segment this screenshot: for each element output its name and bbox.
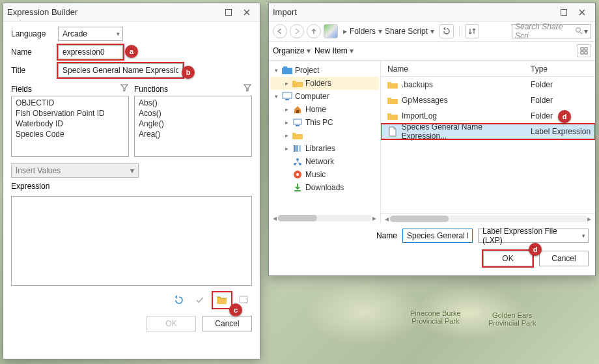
tree-music[interactable]: Music <box>270 168 379 181</box>
tree-project[interactable]: ▾ Project <box>270 64 379 77</box>
file-list[interactable]: .backupsFolderGpMessagesFolderImportLogF… <box>381 77 595 213</box>
svg-rect-10 <box>585 48 587 50</box>
filetype-select[interactable]: Label Expression File (LXP)▾ <box>478 229 589 243</box>
tree-libraries[interactable]: ▸ Libraries <box>270 142 379 155</box>
search-input[interactable]: Search Share Scri ▾ <box>512 24 591 38</box>
nav-sort-button[interactable] <box>465 24 479 38</box>
field-item[interactable]: Species Code <box>12 129 128 139</box>
svg-rect-0 <box>226 9 232 15</box>
import-cancel-button[interactable]: Cancel <box>539 251 589 266</box>
callout-d1: d <box>558 110 571 123</box>
expression-builder-title: Expression Builder <box>7 7 219 17</box>
import-ok-button[interactable]: OK <box>483 251 533 266</box>
map-label-pinecone: Pinecone BurkeProvincial Park <box>410 309 461 325</box>
tree-folders[interactable]: ▸ Folders <box>270 77 379 90</box>
eb-ok-button: OK <box>146 316 196 331</box>
folder-tree[interactable]: ▾ Project ▸ Folders ▾ Computer ▸ <box>269 61 381 223</box>
title-input[interactable] <box>58 63 183 77</box>
svg-point-27 <box>296 173 299 176</box>
callout-c: c <box>229 303 242 316</box>
svg-rect-20 <box>294 145 296 152</box>
file-row[interactable]: GpMessagesFolder <box>381 92 595 108</box>
svg-rect-17 <box>296 110 299 113</box>
field-item[interactable]: Fish Observation Point ID <box>12 108 128 119</box>
svg-rect-9 <box>581 48 583 50</box>
validate-icon[interactable] <box>192 293 208 307</box>
file-row[interactable]: Species General Name Expression...Label … <box>381 124 595 139</box>
functions-filter-icon[interactable] <box>243 84 252 94</box>
svg-rect-4 <box>561 9 567 15</box>
name-input[interactable] <box>58 45 123 59</box>
svg-point-7 <box>576 27 581 32</box>
fields-list[interactable]: OBJECTIDFish Observation Point IDWaterbo… <box>11 96 129 157</box>
tree-network[interactable]: Network <box>270 155 379 168</box>
import-folder-button[interactable] <box>213 292 231 308</box>
nav-forward-button[interactable] <box>290 24 304 38</box>
callout-a: a <box>125 45 138 58</box>
new-item-menu[interactable]: New Item ▾ <box>314 46 354 55</box>
nav-map-icon[interactable] <box>324 24 338 38</box>
import-name-input[interactable] <box>402 229 473 243</box>
import-name-label: Name <box>376 231 397 240</box>
svg-line-8 <box>580 32 582 34</box>
import-close-button[interactable] <box>573 6 591 19</box>
file-list-hscroll[interactable]: ◂ ▸ <box>381 213 595 223</box>
tree-downloads[interactable]: Downloads <box>270 181 379 194</box>
eb-cancel-button[interactable]: Cancel <box>202 316 252 331</box>
file-list-headers[interactable]: Name Type <box>381 61 595 77</box>
nav-up-button[interactable] <box>307 24 321 38</box>
tree-computer[interactable]: ▾ Computer <box>270 90 379 103</box>
svg-rect-11 <box>581 51 583 54</box>
language-label: Language <box>11 29 51 38</box>
expression-textarea[interactable] <box>11 196 252 286</box>
fields-label: Fields <box>11 85 32 94</box>
title-label: Title <box>11 66 51 75</box>
insert-values-dropdown[interactable]: Insert Values▾ <box>11 163 139 178</box>
import-titlebar: Import <box>269 3 595 21</box>
svg-rect-3 <box>240 296 247 303</box>
functions-label: Functions <box>134 85 168 94</box>
organize-menu[interactable]: Organize ▾ <box>273 46 311 55</box>
reset-icon[interactable] <box>171 293 187 307</box>
svg-rect-14 <box>283 66 287 68</box>
function-item[interactable]: Area() <box>135 129 251 139</box>
svg-rect-15 <box>283 92 292 98</box>
view-mode-button[interactable] <box>577 44 591 57</box>
callout-b: b <box>182 66 195 79</box>
field-item[interactable]: OBJECTID <box>12 98 128 108</box>
eb-close-button[interactable] <box>238 6 256 19</box>
svg-rect-18 <box>294 119 301 124</box>
svg-rect-22 <box>299 145 301 152</box>
function-item[interactable]: Acos() <box>135 108 251 119</box>
svg-rect-12 <box>585 51 587 54</box>
tree-thispc[interactable]: ▸ This PC <box>270 116 379 129</box>
expression-builder-titlebar: Expression Builder <box>3 3 260 21</box>
import-maximize-button[interactable] <box>555 6 573 19</box>
eb-maximize-button[interactable] <box>219 6 238 19</box>
file-row[interactable]: .backupsFolder <box>381 77 595 92</box>
expression-label: Expression <box>11 182 252 191</box>
nav-back-button[interactable] <box>273 24 287 38</box>
svg-rect-16 <box>285 99 289 100</box>
nav-refresh-button[interactable] <box>439 24 454 38</box>
svg-rect-21 <box>296 145 298 152</box>
svg-rect-13 <box>282 68 292 74</box>
search-placeholder: Search Share Scri <box>515 22 575 40</box>
functions-list[interactable]: Abs()Acos()Angle()Area() <box>134 96 252 157</box>
import-dialog: Import ▸ Folders ▾ Share Script <box>268 3 596 276</box>
fields-filter-icon[interactable] <box>120 84 129 94</box>
breadcrumb[interactable]: ▸ Folders ▾ Share Script ▾ <box>343 27 434 36</box>
svg-point-23 <box>296 158 299 161</box>
callout-d2: d <box>529 243 542 256</box>
tree-home[interactable]: ▸ Home <box>270 103 379 116</box>
tree-empty[interactable]: ▸ <box>270 129 379 142</box>
map-label-golden: Golden EarsProvincial Park <box>488 311 536 327</box>
import-title: Import <box>273 7 555 17</box>
function-item[interactable]: Abs() <box>135 98 251 108</box>
name-label: Name <box>11 48 51 57</box>
field-item[interactable]: Waterbody ID <box>12 119 128 129</box>
language-select[interactable]: Arcade▾ <box>58 27 123 41</box>
svg-rect-19 <box>296 125 300 126</box>
function-item[interactable]: Angle() <box>135 119 251 129</box>
